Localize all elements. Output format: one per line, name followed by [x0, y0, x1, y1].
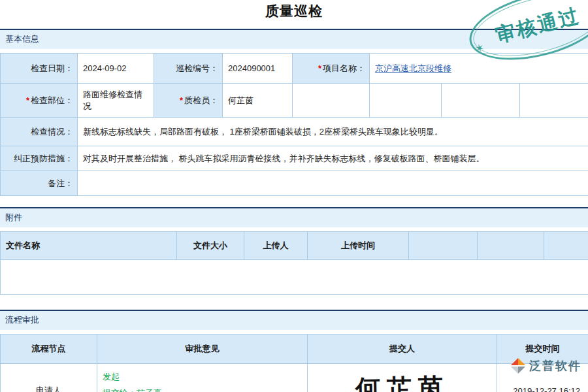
approval-opinion: 发起 提交给：苑子豪: [97, 364, 308, 392]
section-basic-info: 基本信息 检查日期： 2024-09-02 巡检编号： 2024090001 *…: [0, 29, 588, 196]
approval-table: 流程节点 审批意见 提交人 提交时间 申请人 发起 提交给：苑子豪 何芷茵 20…: [0, 334, 588, 392]
attachments-header-filename: 文件名称: [1, 232, 177, 260]
check-date-label-text: 检查日期：: [31, 63, 73, 73]
approval-node: 申请人: [1, 364, 97, 392]
section-approval: 流程审批 流程节点 审批意见 提交人 提交时间 申请人 发起 提交给：苑子豪 何…: [0, 310, 588, 392]
attachments-header-filesize: 文件大小: [177, 232, 244, 260]
measures-value: 对其及时开展整治措施， 桥头跳车拟采用沥青砼接线，并补齐缺失标志标线，修复破板路…: [78, 146, 588, 171]
empty-cell: [293, 84, 370, 118]
approval-header-opinion: 审批意见: [97, 335, 308, 364]
check-date-value: 2024-09-02: [78, 54, 154, 84]
project-name-cell: 京沪高速北京段维修: [370, 54, 588, 84]
attachments-table: 文件名称 文件大小 上传人 上传时间: [0, 231, 588, 295]
approval-header-node: 流程节点: [1, 335, 97, 364]
situation-value: 新线标志标线缺失，局部路面有破板， 1座桥梁桥面铺装破损，2座桥梁桥头跳车现象比…: [78, 118, 588, 146]
empty-cell: [442, 84, 520, 118]
section-attachments: 附件 文件名称 文件大小 上传人 上传时间: [0, 207, 588, 295]
check-part-value: 路面维修检查情况: [78, 84, 154, 118]
project-name-label: *项目名称：: [293, 54, 370, 84]
inspector-label-text: 质检员：: [184, 95, 218, 105]
approval-header-submitter: 提交人: [308, 335, 497, 364]
inspector-value: 何芷茵: [223, 84, 293, 118]
remark-value: [78, 171, 588, 196]
section-title-basic-info: 基本信息: [0, 29, 588, 49]
empty-header-cell: [544, 232, 588, 260]
approval-opinion-submit-to: 提交给：苑子豪: [103, 385, 302, 392]
project-link[interactable]: 京沪高速北京段维修: [375, 63, 451, 73]
attachments-empty-row: [1, 260, 588, 295]
inspector-label: *质检员：: [154, 84, 223, 118]
required-mark: *: [26, 95, 29, 105]
basic-info-table: 检查日期： 2024-09-02 巡检编号： 2024090001 *项目名称：…: [0, 53, 588, 196]
check-part-label: *检查部位：: [1, 84, 78, 118]
approval-submitter-cell: 何芷茵: [308, 364, 497, 392]
patrol-no-label-text: 巡检编号：: [176, 63, 218, 73]
empty-cell: [370, 84, 442, 118]
empty-cell: [520, 84, 588, 118]
section-title-approval: 流程审批: [0, 310, 588, 330]
required-mark: *: [318, 63, 321, 73]
section-title-attachments: 附件: [0, 207, 588, 227]
remark-label: 备注：: [1, 171, 78, 196]
submitter-signature: 何芷茵: [355, 371, 449, 392]
attachments-header-uploadtime: 上传时间: [308, 232, 409, 260]
remark-label-text: 备注：: [48, 178, 73, 188]
approval-row: 申请人 发起 提交给：苑子豪 何芷茵 2019-12-27 16:12: [1, 364, 588, 392]
situation-label-text: 检查情况：: [31, 127, 73, 137]
attachments-header-uploader: 上传人: [244, 232, 308, 260]
project-name-label-text: 项目名称：: [323, 63, 365, 73]
situation-label: 检查情况：: [1, 118, 78, 146]
check-date-label: 检查日期：: [1, 54, 78, 84]
patrol-no-label: 巡检编号：: [154, 54, 223, 84]
approval-header-time: 提交时间: [497, 335, 588, 364]
empty-header-cell: [409, 232, 478, 260]
measures-label-text: 纠正预防措施：: [14, 154, 73, 163]
empty-header-cell: [478, 232, 544, 260]
patrol-no-value: 2024090001: [223, 54, 293, 84]
required-mark: *: [180, 95, 183, 105]
check-part-label-text: 检查部位：: [31, 95, 73, 105]
approval-opinion-action: 发起: [103, 369, 302, 385]
approval-time: 2019-12-27 16:12: [497, 364, 588, 392]
measures-label: 纠正预防措施：: [1, 146, 78, 171]
page-title: 质量巡检: [0, 0, 588, 21]
